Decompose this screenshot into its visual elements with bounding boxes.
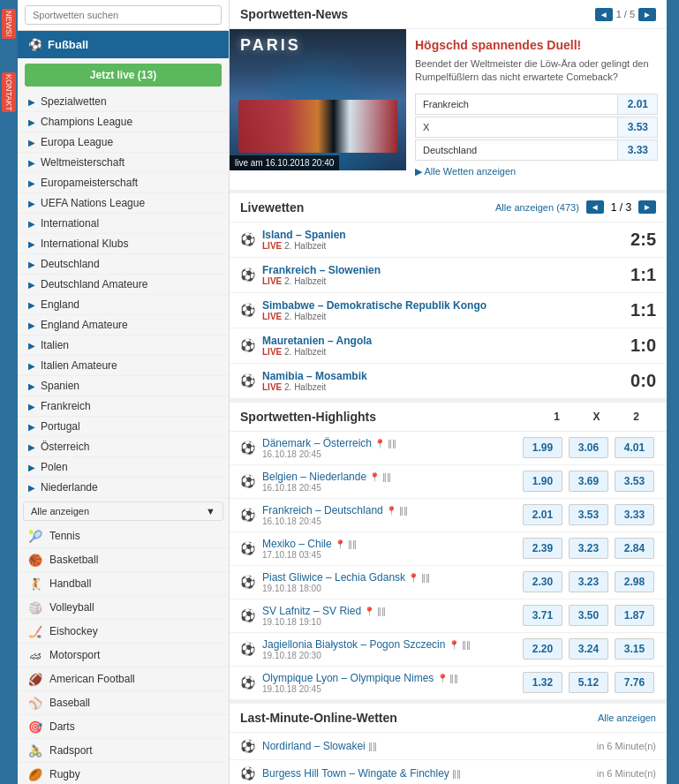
highlight-info: Dänemark – Österreich 📍 ‖‖ 16.10.18 20:4… — [262, 437, 521, 459]
sidebar-item[interactable]: ▶Spanien — [18, 376, 229, 396]
sidebar-item[interactable]: ▶England — [18, 295, 229, 315]
sport-list-item[interactable]: 🎯Darts — [18, 715, 229, 739]
odds-1[interactable]: 1.32 — [523, 672, 562, 693]
livewetten-section: Livewetten Alle anzeigen (473) ◄ 1 / 3 ►… — [230, 193, 667, 399]
odds-x[interactable]: 3.69 — [569, 471, 608, 492]
odds-x[interactable]: 5.12 — [569, 672, 608, 693]
alle-wetten-link[interactable]: Alle Wetten anzeigen — [415, 162, 658, 181]
sidebar-item[interactable]: ▶Italien — [18, 335, 229, 356]
odds-x[interactable]: 3.06 — [569, 437, 608, 458]
sidebar-item[interactable]: ▶Europameisterschaft — [18, 173, 229, 193]
sport-list-item[interactable]: 🏈American Football — [18, 667, 229, 691]
odds-2[interactable]: 4.01 — [615, 437, 654, 458]
sport-list-item[interactable]: 🏒Eishockey — [18, 620, 229, 644]
sport-name: American Football — [49, 673, 135, 685]
match-status: LIVE 2. Halbzeit — [262, 347, 603, 357]
sidebar-item[interactable]: ▶International — [18, 214, 229, 234]
sport-list-item[interactable]: 🏉Rugby — [18, 763, 229, 784]
sport-list-item[interactable]: 🎾Tennis — [18, 524, 229, 548]
odds-1[interactable]: 3.71 — [523, 605, 562, 626]
news-badge[interactable]: NEWS! — [2, 9, 16, 39]
odds-1[interactable]: 2.01 — [523, 504, 562, 525]
live-match-row[interactable]: Simbabwe – Demokratische Republik Kongo … — [230, 293, 667, 328]
show-all-fussball[interactable]: Alle anzeigen ▼ — [23, 501, 223, 521]
live-badge: LIVE — [262, 312, 282, 321]
lastminute-row[interactable]: Burgess Hill Town – Wingate & Finchley ‖… — [230, 760, 667, 784]
odds-2[interactable]: 3.15 — [615, 638, 654, 660]
highlight-row[interactable]: Olympique Lyon – Olympique Nimes 📍 ‖‖ 19… — [230, 667, 667, 700]
col-2-header: 2 — [616, 411, 656, 423]
highlight-rows: Dänemark – Österreich 📍 ‖‖ 16.10.18 20:4… — [230, 432, 667, 700]
sidebar-item[interactable]: ▶Österreich — [18, 437, 229, 457]
kontakt-badge[interactable]: KONTAKT — [2, 72, 16, 113]
livewetten-prev-btn[interactable]: ◄ — [586, 200, 604, 214]
sport-list-item[interactable]: 🚴Radsport — [18, 739, 229, 763]
lastminute-row[interactable]: Nordirland – Slowakei ‖‖ in 6 Minute(n) — [230, 733, 667, 760]
lastminute-alle-link[interactable]: Alle anzeigen — [598, 712, 656, 723]
nav-arrow-icon: ▶ — [28, 442, 35, 452]
odds-2[interactable]: 3.33 — [615, 504, 654, 525]
odds-x[interactable]: 3.23 — [569, 571, 608, 592]
odds-1[interactable]: 1.90 — [523, 471, 562, 492]
sidebar-item[interactable]: ▶Polen — [18, 457, 229, 478]
odds-value[interactable]: 2.01 — [617, 94, 657, 114]
odds-x[interactable]: 3.53 — [569, 504, 608, 525]
odds-x[interactable]: 3.23 — [569, 538, 608, 559]
highlight-row[interactable]: Jagiellonia Białystok – Pogon Szczecin 📍… — [230, 633, 667, 667]
col-1-header: 1 — [537, 411, 577, 423]
sidebar-item[interactable]: ▶Deutschland — [18, 254, 229, 275]
news-odds: Frankreich2.01X3.53Deutschland3.33 — [415, 94, 658, 161]
highlight-row[interactable]: Piast Gliwice – Lechia Gdansk 📍 ‖‖ 19.10… — [230, 566, 667, 599]
odds-2[interactable]: 2.84 — [615, 538, 654, 559]
highlight-row[interactable]: SV Lafnitz – SV Ried 📍 ‖‖ 19.10.18 19:10… — [230, 599, 667, 633]
live-match-row[interactable]: Namibia – Mosambik LIVE 2. Halbzeit 0:0 — [230, 364, 667, 399]
odds-x[interactable]: 3.24 — [569, 638, 608, 660]
highlight-row[interactable]: Frankreich – Deutschland 📍 ‖‖ 16.10.18 2… — [230, 499, 667, 532]
dropdown-icon: ▼ — [206, 506, 215, 516]
odds-1[interactable]: 2.39 — [523, 538, 562, 559]
livewetten-next-btn[interactable]: ► — [638, 200, 656, 214]
sidebar-item[interactable]: ▶Weltmeisterschaft — [18, 153, 229, 173]
highlight-row[interactable]: Dänemark – Österreich 📍 ‖‖ 16.10.18 20:4… — [230, 432, 667, 465]
odds-1[interactable]: 2.30 — [523, 571, 562, 592]
news-prev-btn[interactable]: ◄ — [595, 8, 613, 21]
sidebar-item[interactable]: ▶Champions League — [18, 112, 229, 132]
sidebar-item[interactable]: ▶Niederlande — [18, 478, 229, 498]
highlight-row[interactable]: Belgien – Niederlande 📍 ‖‖ 16.10.18 20:4… — [230, 465, 667, 499]
odds-value[interactable]: 3.33 — [617, 140, 657, 160]
odds-2[interactable]: 1.87 — [615, 605, 654, 626]
sport-list-item[interactable]: 🏐Volleyball — [18, 596, 229, 620]
odds-2[interactable]: 7.76 — [615, 672, 654, 693]
sidebar-item[interactable]: ▶Italien Amateure — [18, 356, 229, 376]
live-button[interactable]: Jetzt live (13) — [25, 64, 222, 87]
sidebar-item[interactable]: ▶England Amateure — [18, 315, 229, 335]
sport-list-item[interactable]: 🏎Motorsport — [18, 644, 229, 667]
odds-1[interactable]: 1.99 — [523, 437, 562, 458]
sport-list-item[interactable]: ⚾Baseball — [18, 691, 229, 715]
highlight-name: SV Lafnitz – SV Ried 📍 ‖‖ — [262, 605, 521, 617]
odds-value[interactable]: 3.53 — [617, 117, 657, 137]
sport-title: Fußball — [48, 38, 88, 51]
livewetten-alle-link[interactable]: Alle anzeigen (473) — [495, 202, 579, 213]
live-match-row[interactable]: Frankreich – Slowenien LIVE 2. Halbzeit … — [230, 258, 667, 293]
odds-2[interactable]: 2.98 — [615, 571, 654, 592]
live-match-row[interactable]: Mauretanien – Angola LIVE 2. Halbzeit 1:… — [230, 328, 667, 364]
sidebar-item[interactable]: ▶Deutschland Amateure — [18, 275, 229, 295]
sidebar-item[interactable]: ▶Europa League — [18, 132, 229, 153]
sidebar-item[interactable]: ▶UEFA Nations League — [18, 193, 229, 214]
live-match-row[interactable]: Island – Spanien LIVE 2. Halbzeit 2:5 — [230, 222, 667, 258]
highlight-row[interactable]: Mexiko – Chile 📍 ‖‖ 17.10.18 03:45 2.39 … — [230, 532, 667, 566]
sport-list-item[interactable]: 🏀Basketball — [18, 548, 229, 572]
sidebar-item[interactable]: ▶Spezialwetten — [18, 92, 229, 112]
soccer-icon: ⚽ — [28, 38, 42, 51]
news-next-btn[interactable]: ► — [638, 8, 656, 21]
odds-x[interactable]: 3.50 — [569, 605, 608, 626]
sidebar-item[interactable]: ▶Frankreich — [18, 396, 229, 417]
odds-1[interactable]: 2.20 — [523, 638, 562, 660]
odds-2[interactable]: 3.53 — [615, 471, 654, 492]
sport-list-item[interactable]: 🤾Handball — [18, 572, 229, 596]
search-input[interactable] — [25, 5, 222, 25]
nav-arrow-icon: ▶ — [28, 239, 35, 249]
sidebar-item[interactable]: ▶International Klubs — [18, 234, 229, 254]
sidebar-item[interactable]: ▶Portugal — [18, 417, 229, 437]
